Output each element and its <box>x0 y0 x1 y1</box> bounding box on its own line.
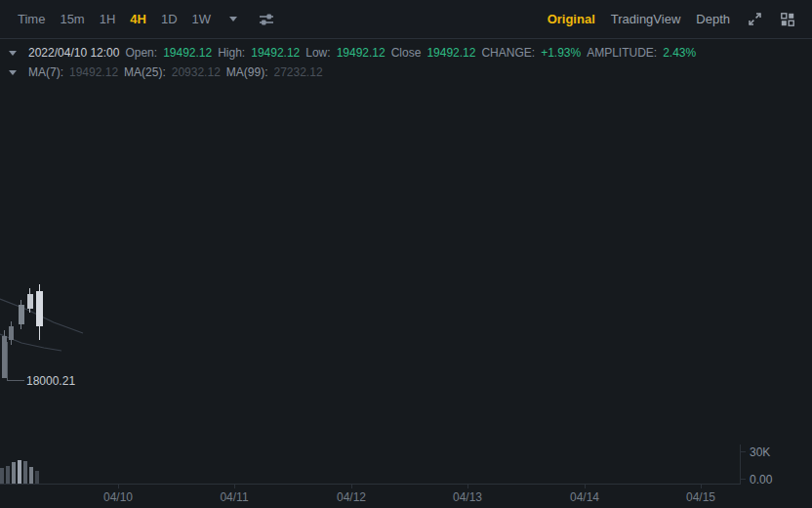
volume-bar <box>0 468 4 484</box>
x-axis-label: 04/14 <box>570 490 599 504</box>
chart-toolbar: Time 15m 1H 4H 1D 1W Original TradingVie… <box>0 0 812 39</box>
high-label: High: <box>218 46 245 60</box>
view-tradingview-tab[interactable]: TradingView <box>611 12 681 26</box>
volume-axis-tick <box>740 451 746 452</box>
candle-wick <box>39 284 40 340</box>
open-value: 19492.12 <box>163 46 212 60</box>
expand-arrows-icon-svg <box>748 12 762 26</box>
amplitude-value: 2.43% <box>663 46 696 60</box>
price-axis-line <box>7 342 8 381</box>
trading-chart-widget: Time 15m 1H 4H 1D 1W Original TradingVie… <box>0 0 812 508</box>
ma-line <box>0 334 61 351</box>
x-axis-label: 04/11 <box>220 490 248 504</box>
ma25-value: 20932.12 <box>172 65 221 79</box>
interval-1w-button[interactable]: 1W <box>192 12 212 26</box>
grid-2x2-icon-svg <box>780 12 795 27</box>
candle-datetime: 2022/04/10 12:00 <box>28 46 119 60</box>
candle-body <box>9 326 14 340</box>
fullscreen-icon[interactable] <box>746 11 763 28</box>
x-axis-tick <box>701 485 702 488</box>
price-axis-tick <box>7 380 24 381</box>
grid-layout-icon[interactable] <box>779 11 796 28</box>
x-axis-label: 04/12 <box>337 490 366 504</box>
volume-bar <box>35 471 39 484</box>
ma7-label: MA(7): <box>28 65 63 79</box>
sliders-icon-svg <box>259 12 274 27</box>
candle-body <box>19 305 24 324</box>
candle-body <box>36 291 43 326</box>
change-value: +1.93% <box>541 46 581 60</box>
view-original-tab[interactable]: Original <box>548 12 595 26</box>
x-axis-tick <box>118 485 119 488</box>
ma99-value: 27232.12 <box>274 65 323 79</box>
high-value: 19492.12 <box>251 46 300 60</box>
volume-axis-label-bottom: 0.00 <box>750 473 772 487</box>
interval-time-button[interactable]: Time <box>18 12 45 26</box>
volume-bar <box>12 462 16 484</box>
ohlc-collapse-caret-icon[interactable] <box>9 51 17 56</box>
open-label: Open: <box>125 46 157 60</box>
x-axis-tick <box>585 485 586 488</box>
x-axis-label: 04/10 <box>103 490 133 504</box>
volume-bar <box>29 467 33 484</box>
ma7-value: 19492.12 <box>69 65 118 79</box>
candle-wick <box>11 321 12 345</box>
interval-dropdown-caret-icon[interactable] <box>229 17 237 21</box>
ohlc-info-row: 2022/04/10 12:00 Open: 19492.12 High: 19… <box>9 46 696 60</box>
ma25-label: MA(25): <box>124 65 166 79</box>
low-value: 19492.12 <box>337 46 386 60</box>
candle-body <box>27 294 33 309</box>
interval-4h-button[interactable]: 4H <box>130 12 146 26</box>
ma-collapse-caret-icon[interactable] <box>9 70 17 75</box>
x-axis-label: 04/15 <box>686 490 715 504</box>
close-label: Close <box>391 46 422 60</box>
x-axis-tick <box>467 485 468 488</box>
low-label: Low: <box>305 46 330 60</box>
candle-wick <box>4 330 5 378</box>
candle-wick <box>29 288 30 313</box>
amplitude-label: AMPLITUDE: <box>587 46 657 60</box>
ma-info-row: MA(7): 19492.12 MA(25): 20932.12 MA(99):… <box>9 65 323 79</box>
interval-15m-button[interactable]: 15m <box>60 12 84 26</box>
x-axis-label: 04/13 <box>453 490 482 504</box>
volume-axis-tick <box>740 479 746 480</box>
change-label: CHANGE: <box>481 46 535 60</box>
interval-1d-button[interactable]: 1D <box>161 12 178 26</box>
chart-canvas[interactable]: 2022/04/10 12:00 Open: 19492.12 High: 19… <box>0 40 812 508</box>
volume-bar <box>6 466 10 484</box>
volume-bar <box>23 461 27 484</box>
view-depth-tab[interactable]: Depth <box>696 12 730 26</box>
price-axis-label: 18000.21 <box>26 374 75 388</box>
x-axis-tick <box>234 485 235 488</box>
view-mode-group: Original TradingView Depth <box>548 11 796 28</box>
interval-group: Time 15m 1H 4H 1D 1W <box>18 11 275 28</box>
volume-axis-label-top: 30K <box>750 445 770 459</box>
interval-1h-button[interactable]: 1H <box>100 12 116 26</box>
candle-wick <box>20 300 21 329</box>
x-axis-line <box>0 484 740 485</box>
close-value: 19492.12 <box>426 46 475 60</box>
indicators-icon[interactable] <box>258 11 275 28</box>
volume-bar <box>18 460 21 484</box>
x-axis-tick <box>351 485 352 488</box>
ma99-label: MA(99): <box>226 65 268 79</box>
ma-line <box>0 299 83 333</box>
